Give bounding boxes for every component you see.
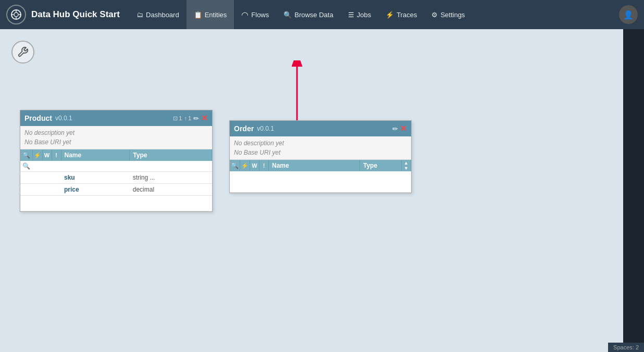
col-bolt-icon: ⚡: [32, 149, 42, 161]
wrench-button[interactable]: [11, 41, 34, 64]
table-row: price decimal: [20, 184, 212, 196]
product-desc: No description yet No Base URI yet: [20, 126, 212, 149]
order-card-header: Order v0.0.1 ✏ ✕: [230, 121, 411, 136]
order-col-bolt-icon: ⚡: [240, 160, 250, 171]
nav-jobs-label: Jobs: [357, 11, 371, 19]
order-fields-table: 🔍 ⚡ W ! Name Type ▲ ▼: [230, 160, 411, 193]
navbar: Data Hub Quick Start 🗂 Dashboard 📋 Entit…: [0, 0, 644, 29]
product-card-version: v0.0.1: [55, 115, 72, 122]
empty-row: [20, 196, 212, 211]
brand-icon[interactable]: [6, 5, 26, 24]
order-col-name-header: Name: [269, 160, 360, 171]
arrow-indicator: [276, 60, 318, 130]
order-card: Order v0.0.1 ✏ ✕ No description yet No B…: [229, 120, 412, 193]
nav-browse-data-label: Browse Data: [294, 11, 333, 19]
col-name-header: Name: [61, 149, 130, 161]
main-content: Product v0.0.1 ⊡ 1 ↑ 1 ✏ ✕ No descriptio…: [0, 29, 644, 352]
nav-entities-label: Entities: [205, 11, 227, 19]
col-exclaim-icon: !: [52, 149, 61, 161]
nav-flows[interactable]: ◠ Flows: [234, 0, 276, 29]
order-col-w-icon: W: [250, 160, 259, 171]
status-bar: Spaces: 2: [608, 343, 644, 352]
nav-flows-label: Flows: [251, 11, 269, 19]
doc-count: ⊡ 1: [173, 115, 182, 122]
settings-icon: ⚙: [431, 11, 438, 19]
order-col-search-icon[interactable]: 🔍: [230, 160, 240, 171]
browse-data-icon: 🔍: [283, 11, 292, 19]
entity-icon: ↑: [184, 115, 187, 121]
product-fields-table: 🔍 ⚡ W ! Name Type 🔍: [20, 149, 212, 211]
product-card: Product v0.0.1 ⊡ 1 ↑ 1 ✏ ✕ No descriptio…: [20, 110, 213, 212]
scroll-up-icon[interactable]: ▲: [404, 160, 408, 166]
user-avatar[interactable]: 👤: [619, 5, 638, 24]
nav-dashboard-label: Dashboard: [146, 11, 179, 19]
svg-point-1: [14, 12, 18, 17]
field-name-price: price: [61, 184, 130, 196]
nav-entities[interactable]: 📋 Entities: [187, 0, 234, 29]
nav-settings[interactable]: ⚙ Settings: [424, 0, 472, 29]
nav-settings-label: Settings: [440, 11, 465, 19]
search-filter-row: 🔍: [20, 161, 212, 172]
order-card-icons: ✏ ✕: [392, 124, 407, 133]
order-desc-1: No description yet: [234, 139, 407, 148]
order-col-exclaim-icon: !: [259, 160, 269, 171]
order-close-icon[interactable]: ✕: [400, 124, 407, 133]
col-search-icon[interactable]: 🔍: [20, 149, 32, 161]
status-text: Spaces: 2: [613, 344, 639, 350]
product-edit-icon[interactable]: ✏: [193, 115, 199, 122]
order-empty-row: [230, 171, 411, 192]
col-type-header: Type: [130, 149, 212, 161]
product-card-title: Product: [24, 114, 52, 122]
entities-icon: 📋: [194, 11, 202, 19]
table-row: sku string ...: [20, 172, 212, 184]
product-desc-2: No Base URI yet: [24, 137, 208, 147]
brand: Data Hub Quick Start: [6, 5, 120, 24]
right-sidebar: [623, 29, 644, 352]
nav-traces-label: Traces: [397, 11, 417, 19]
scroll-down-icon[interactable]: ▼: [404, 166, 408, 171]
order-card-version: v0.0.1: [257, 125, 274, 132]
dashboard-icon: 🗂: [137, 11, 143, 19]
field-type-sku: string ...: [130, 172, 212, 184]
field-type-price: decimal: [130, 184, 212, 196]
order-desc-2: No Base URI yet: [234, 148, 407, 157]
product-desc-1: No description yet: [24, 128, 208, 137]
order-card-title: Order: [234, 124, 254, 133]
brand-title: Data Hub Quick Start: [31, 9, 120, 20]
order-scroll-col: ▲ ▼: [402, 160, 411, 171]
doc-icon: ⊡: [173, 115, 178, 122]
nav-traces[interactable]: ⚡ Traces: [378, 0, 424, 29]
entity-count: ↑ 1: [184, 115, 191, 121]
product-close-icon[interactable]: ✕: [201, 114, 208, 123]
nav-browse-data[interactable]: 🔍 Browse Data: [276, 0, 340, 29]
order-edit-icon[interactable]: ✏: [392, 125, 398, 133]
col-w-icon: W: [42, 149, 52, 161]
order-desc: No description yet No Base URI yet: [230, 136, 411, 160]
nav-jobs[interactable]: ☰ Jobs: [341, 0, 378, 29]
product-card-header: Product v0.0.1 ⊡ 1 ↑ 1 ✏ ✕: [20, 110, 212, 126]
nav-dashboard[interactable]: 🗂 Dashboard: [129, 0, 187, 29]
flows-icon: ◠: [241, 10, 249, 20]
traces-icon: ⚡: [386, 11, 394, 19]
order-col-type-header: Type: [360, 160, 402, 171]
search-icon-cell[interactable]: 🔍: [20, 161, 32, 172]
field-name-sku: sku: [61, 172, 130, 184]
product-card-icons: ⊡ 1 ↑ 1 ✏ ✕: [173, 114, 208, 123]
jobs-icon: ☰: [348, 11, 354, 19]
